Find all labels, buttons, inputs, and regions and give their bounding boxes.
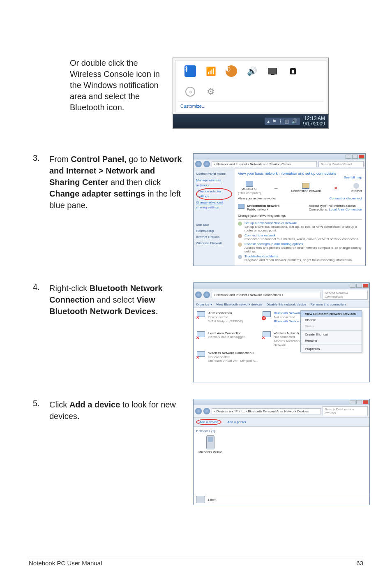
- speaker-icon: 🔊: [245, 65, 258, 78]
- minimize-icon: [346, 155, 351, 159]
- power-icon: ▮: [286, 65, 300, 78]
- devices-section-header: ▾ Devices (1): [196, 429, 367, 433]
- search-input: Search Devices and Printers: [323, 406, 368, 416]
- settings-icon: ⚙: [204, 85, 217, 98]
- close-icon: [363, 400, 369, 404]
- touchpad-icon: ◐: [225, 65, 238, 78]
- disc-icon: [184, 85, 197, 98]
- tray-network-icon: ▥: [284, 118, 289, 124]
- view-bluetooth-devices-item: View Bluetooth Network Devices: [301, 311, 362, 317]
- close-icon: [359, 155, 364, 159]
- step5-text: Click Add a device to look for new devic…: [49, 399, 185, 422]
- back-button-icon: [195, 161, 202, 167]
- tray-volume-icon: 🔊: [291, 118, 297, 124]
- maximize-icon: [352, 155, 358, 159]
- manage-wireless-link: Manage wireless networks: [196, 178, 232, 188]
- devices-printers-screenshot: « Devices and Print... › Bluetooth Perso…: [193, 399, 370, 505]
- step-number: 5.: [29, 399, 41, 408]
- customize-link[interactable]: Customize...: [178, 102, 323, 109]
- tray-flag-icon: ⚑: [272, 118, 277, 124]
- change-adapter-highlight: Change adapter settings: [196, 188, 232, 200]
- back-button-icon: [195, 292, 202, 298]
- connection-item: ✕ Local Area ConnectionNetwork cable unp…: [197, 331, 258, 347]
- sharing-center-main: View your basic network information and …: [235, 169, 365, 266]
- phone-icon: [206, 435, 214, 449]
- intro-paragraph: Or double click the Wireless Console ico…: [29, 58, 160, 129]
- address-bar: « Network and Internet › Network Connect…: [212, 292, 321, 298]
- network-sharing-center-screenshot: « Network and Internet › Network and Sha…: [193, 153, 366, 266]
- device-thumbnail-icon: [196, 496, 205, 503]
- taskbar-clock: 12:13 AM 9/17/2009: [303, 116, 325, 127]
- toolbar: Add a device Add a printer: [194, 418, 369, 427]
- step-number: 3.: [29, 153, 41, 163]
- tray-chevron-icon: ▴: [267, 118, 270, 124]
- search-input: Search Control Panel: [318, 161, 364, 167]
- connection-item: ✕ Wireless Network Connection 2Not conne…: [197, 351, 258, 363]
- maximize-icon: [356, 400, 362, 404]
- address-bar: « Network and Internet › Network and Sha…: [212, 161, 317, 167]
- add-a-printer-link: Add a printer: [227, 420, 246, 424]
- step3-text: From Control Panel, go to Network and In…: [49, 153, 185, 211]
- add-a-device-highlight: Add a device: [196, 419, 221, 425]
- footer-title: Notebook PC User Manual: [29, 560, 102, 567]
- step-number: 4.: [29, 282, 41, 292]
- connection-item: ✕ ABC connectionDisconnectedWAN Miniport…: [197, 311, 258, 327]
- forward-button-icon: [203, 408, 210, 414]
- maximize-icon: [356, 284, 362, 288]
- wifi-icon: 📶: [204, 65, 217, 78]
- taskbar: ▴ ⚑ ᚼ ▥ 🔊 12:13 AM 9/17/2009: [173, 114, 328, 128]
- minimize-icon: [350, 400, 355, 404]
- network-connections-screenshot: « Network and Internet › Network Connect…: [193, 282, 370, 382]
- minimize-icon: [350, 284, 355, 288]
- search-input: Search Network Connections: [323, 290, 368, 300]
- forward-button-icon: [203, 161, 210, 167]
- system-tray: ▴ ⚑ ᚼ ▥ 🔊: [265, 118, 300, 125]
- forward-button-icon: [203, 292, 210, 298]
- monitor-icon: [266, 65, 279, 78]
- control-panel-sidebar: Control Panel Home Manage wireless netwo…: [194, 169, 235, 266]
- tray-bluetooth-icon: ᚼ: [279, 118, 282, 124]
- status-bar: 1 item: [194, 494, 369, 505]
- context-menu: View Bluetooth Network Devices Disable S…: [300, 310, 362, 352]
- page-footer: Notebook PC User Manual 63: [29, 557, 363, 567]
- toolbar: Organize ▾ View Bluetooth network device…: [194, 301, 369, 308]
- close-icon: [363, 284, 369, 288]
- change-advanced-link: Change advanced sharing settings: [196, 200, 232, 210]
- address-bar: « Devices and Print... › Bluetooth Perso…: [212, 408, 321, 414]
- bluetooth-icon: ᚼ: [184, 65, 197, 78]
- device-item: Michael's W302i: [196, 435, 225, 454]
- step4-text: Right-click Bluetooth Network Connection…: [49, 282, 185, 317]
- page-number: 63: [356, 560, 363, 567]
- window-titlebar: [194, 154, 365, 160]
- back-button-icon: [195, 408, 202, 414]
- wireless-console-tray-screenshot: ᚼ 📶 ◐ 🔊 ▮ ⚙ Customize... ▴ ⚑ ᚼ ▥ 🔊: [173, 58, 329, 129]
